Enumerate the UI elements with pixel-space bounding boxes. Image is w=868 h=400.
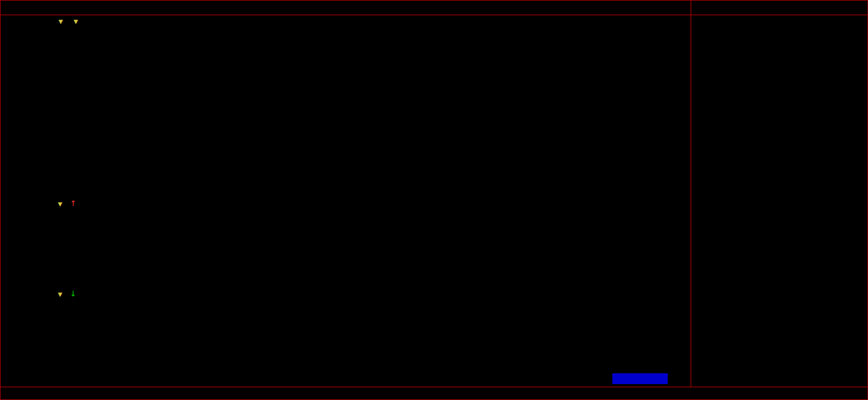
datetime-box bbox=[612, 373, 668, 384]
iv-pane-label: ▼ ↓ bbox=[58, 289, 76, 298]
intraday-chart-svg bbox=[1, 1, 691, 387]
bottom-tab-bar bbox=[1, 387, 868, 400]
volume-pane-label: ▼ ↑ bbox=[58, 199, 76, 208]
arrow-up-icon: ↑ bbox=[70, 199, 76, 208]
chevron-down-icon[interactable]: ▼ bbox=[58, 291, 62, 298]
chevron-down-icon[interactable]: ▼ bbox=[58, 201, 62, 207]
panel-divider bbox=[691, 1, 691, 400]
arrow-down-icon: ↓ bbox=[70, 289, 76, 298]
trading-terminal-window: ▼ ▼ ▼ ↑ ▼ ↓ bbox=[0, 0, 868, 400]
